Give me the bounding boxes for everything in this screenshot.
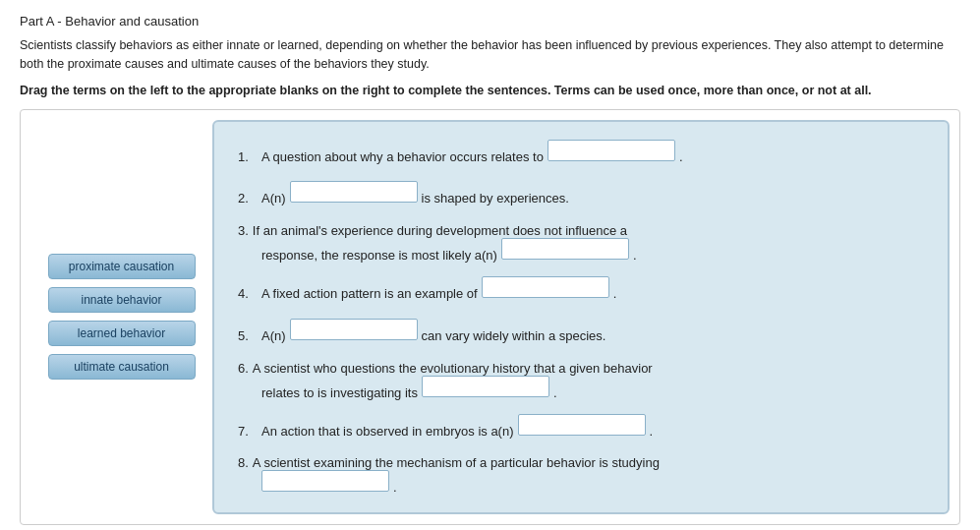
q1-text1: A question about why a behavior occurs r…	[261, 147, 544, 168]
q4-blank[interactable]	[482, 276, 609, 298]
q2-blank[interactable]	[290, 181, 418, 203]
q5-text1: A(n)	[261, 326, 286, 347]
terms-panel: proximate causation innate behavior lear…	[30, 120, 212, 515]
q8-num: 8.	[238, 455, 249, 470]
q1-blank[interactable]	[548, 140, 675, 161]
q6-line1: 6. A scientist who questions the evoluti…	[238, 361, 924, 376]
q1-period: .	[679, 147, 683, 168]
part-label: Part A -	[20, 14, 62, 29]
q7-blank[interactable]	[518, 414, 646, 436]
q8-period: .	[393, 480, 397, 495]
q8-line2: .	[238, 470, 924, 495]
question-5: 5. A(n) can vary widely within a species…	[238, 319, 924, 347]
q6-num: 6.	[238, 361, 249, 376]
q1-num: 1.	[238, 147, 258, 168]
q4-num: 4.	[238, 284, 258, 305]
q3-text2: response, the response is most likely a(…	[261, 248, 497, 263]
question-8: 8. A scientist examining the mechanism o…	[238, 455, 924, 495]
question-6: 6. A scientist who questions the evoluti…	[238, 361, 924, 400]
q2-text2: is shaped by experiences.	[422, 189, 569, 209]
q4-text1: A fixed action pattern is an example of	[261, 284, 478, 305]
q5-text2: can vary widely within a species.	[422, 326, 606, 347]
q3-num: 3.	[238, 223, 249, 238]
q6-text2: relates to is investigating its	[261, 385, 418, 400]
q4-period: .	[613, 284, 617, 305]
q6-line2: relates to is investigating its .	[238, 376, 924, 400]
q6-blank[interactable]	[422, 376, 549, 397]
q6-period: .	[553, 385, 557, 400]
q8-blank[interactable]	[261, 470, 389, 492]
instruction: Drag the terms on the left to the approp…	[20, 84, 944, 97]
question-7: 7. An action that is observed in embryos…	[238, 414, 924, 442]
q3-blank[interactable]	[501, 238, 629, 260]
term-proximate-causation[interactable]: proximate causation	[48, 254, 196, 279]
q2-num: 2.	[238, 189, 258, 209]
question-1: 1. A question about why a behavior occur…	[238, 140, 924, 168]
term-learned-behavior[interactable]: learned behavior	[48, 321, 196, 346]
q8-line1: 8. A scientist examining the mechanism o…	[238, 455, 924, 470]
q5-num: 5.	[238, 326, 258, 347]
q2-text1: A(n)	[261, 189, 286, 209]
question-3: 3. If an animal's experience during deve…	[238, 223, 924, 263]
q8-text1: A scientist examining the mechanism of a…	[253, 455, 660, 470]
part-header: Part A - Behavior and causation	[20, 14, 960, 29]
q3-period: .	[633, 248, 637, 263]
q3-line2: response, the response is most likely a(…	[238, 238, 924, 263]
q7-num: 7.	[238, 422, 258, 442]
q6-text1: A scientist who questions the evolutiona…	[253, 361, 653, 376]
question-4: 4. A fixed action pattern is an example …	[238, 276, 924, 305]
term-innate-behavior[interactable]: innate behavior	[48, 287, 196, 313]
term-ultimate-causation[interactable]: ultimate causation	[48, 354, 196, 380]
q5-blank[interactable]	[290, 319, 418, 340]
page-wrapper: Part A - Behavior and causation Scientis…	[0, 0, 980, 530]
q7-period: .	[650, 422, 654, 442]
q3-text1: If an animal's experience during develop…	[253, 223, 627, 238]
questions-panel: 1. A question about why a behavior occur…	[212, 120, 950, 515]
q3-line1: 3. If an animal's experience during deve…	[238, 223, 924, 238]
part-title: Behavior and causation	[65, 14, 199, 29]
bottom-bar: ↺ reset ? help	[20, 525, 960, 530]
q7-text1: An action that is observed in embryos is…	[261, 422, 514, 442]
activity-area: proximate causation innate behavior lear…	[20, 109, 960, 526]
question-2: 2. A(n) is shaped by experiences.	[238, 181, 924, 209]
description: Scientists classify behaviors as either …	[20, 36, 944, 74]
